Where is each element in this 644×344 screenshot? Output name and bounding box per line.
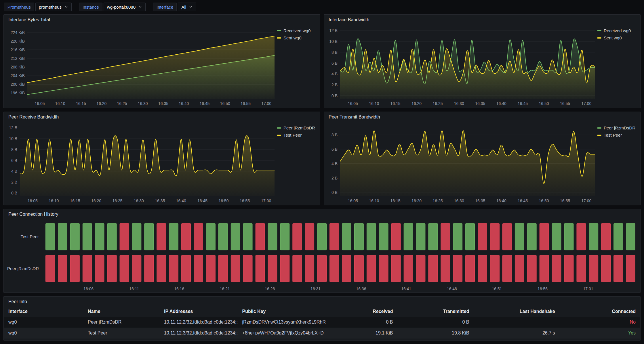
legend-item[interactable]: Test Peer bbox=[597, 133, 639, 137]
state-bar-down[interactable] bbox=[144, 255, 154, 282]
column-header-connected[interactable]: Connected bbox=[559, 306, 640, 317]
state-bar-up[interactable] bbox=[466, 223, 475, 250]
peer-transmit-bandwidth-chart[interactable]: 0 B2 B4 B6 B8 B16:0516:1016:1516:2016:25… bbox=[324, 121, 597, 205]
state-bar-down[interactable] bbox=[466, 255, 475, 282]
state-bar-down[interactable] bbox=[218, 255, 228, 282]
state-bar-down[interactable] bbox=[367, 255, 376, 282]
state-bar-up[interactable] bbox=[243, 223, 252, 250]
legend-item[interactable]: Peer jRzmDsDR bbox=[597, 125, 639, 130]
state-bar-down[interactable] bbox=[478, 223, 487, 250]
state-bar-down[interactable] bbox=[182, 255, 191, 282]
state-bar-down[interactable] bbox=[626, 255, 635, 282]
state-bar-up[interactable] bbox=[144, 223, 154, 250]
state-bar-up[interactable] bbox=[527, 223, 536, 250]
state-bar-up[interactable] bbox=[218, 223, 228, 250]
panel-title[interactable]: Peer Transmit Bandwidth bbox=[324, 112, 640, 121]
legend-item[interactable]: Received wg0 bbox=[597, 28, 639, 33]
state-bar-up[interactable] bbox=[404, 223, 413, 250]
state-bar-down[interactable] bbox=[540, 255, 549, 282]
state-bar-up[interactable] bbox=[268, 223, 277, 250]
state-bar-down[interactable] bbox=[157, 223, 166, 250]
state-bar-up[interactable] bbox=[453, 223, 462, 250]
state-bar-down[interactable] bbox=[552, 255, 561, 282]
state-bar-down[interactable] bbox=[441, 255, 450, 282]
state-bar-down[interactable] bbox=[194, 223, 203, 250]
state-bar-down[interactable] bbox=[577, 223, 586, 250]
state-bar-down[interactable] bbox=[416, 255, 425, 282]
state-bar-up[interactable] bbox=[416, 223, 425, 250]
state-bar-down[interactable] bbox=[490, 223, 500, 250]
interface-bandwidth-svg[interactable]: 0 B2 B4 B6 B8 B10 B12 B16:0516:1016:1516… bbox=[324, 24, 597, 108]
state-bar-down[interactable] bbox=[391, 223, 401, 250]
interface-bandwidth-chart[interactable]: 0 B2 B4 B6 B8 B10 B12 B16:0516:1016:1516… bbox=[324, 24, 597, 108]
state-bar-up[interactable] bbox=[589, 223, 598, 250]
state-bar-down[interactable] bbox=[169, 255, 178, 282]
state-bar-down[interactable] bbox=[317, 255, 327, 282]
interface-bytes-total-chart[interactable]: 196 KiB200 KiB204 KiB208 KiB212 KiB216 K… bbox=[4, 24, 276, 108]
state-bar-down[interactable] bbox=[206, 255, 216, 282]
state-bar-down[interactable] bbox=[527, 255, 536, 282]
state-bar-up[interactable] bbox=[428, 223, 438, 250]
state-bar-up[interactable] bbox=[367, 223, 376, 250]
state-bar-up[interactable] bbox=[132, 223, 141, 250]
state-bar-down[interactable] bbox=[231, 255, 240, 282]
state-bar-down[interactable] bbox=[441, 223, 450, 250]
state-bar-down[interactable] bbox=[305, 223, 314, 250]
state-bar-down[interactable] bbox=[107, 255, 117, 282]
state-bar-down[interactable] bbox=[515, 255, 524, 282]
legend-item[interactable]: Peer jRzmDsDR bbox=[277, 125, 318, 130]
state-bar-down[interactable] bbox=[428, 255, 438, 282]
state-bar-down[interactable] bbox=[132, 255, 141, 282]
panel-title[interactable]: Peer Connection History bbox=[4, 209, 640, 219]
state-bar-down[interactable] bbox=[503, 223, 512, 250]
state-bar-down[interactable] bbox=[379, 255, 388, 282]
state-bar-up[interactable] bbox=[317, 223, 327, 250]
state-bar-down[interactable] bbox=[330, 223, 339, 250]
variable-value-prometheus[interactable]: prometheus bbox=[35, 3, 72, 11]
state-bar-up[interactable] bbox=[614, 223, 623, 250]
state-bar-down[interactable] bbox=[256, 223, 265, 250]
peer-receive-bandwidth-svg[interactable]: 0 B2 B4 B6 B8 B10 B12 B16:0516:1016:1516… bbox=[4, 121, 276, 205]
column-header-name[interactable]: Name bbox=[84, 306, 160, 317]
state-bar-down[interactable] bbox=[268, 255, 277, 282]
panel-title[interactable]: Peer Info bbox=[4, 297, 640, 306]
state-bar-down[interactable] bbox=[157, 255, 166, 282]
state-bar-down[interactable] bbox=[58, 255, 67, 282]
state-bar-up[interactable] bbox=[280, 223, 289, 250]
legend-item[interactable]: Test Peer bbox=[277, 133, 318, 137]
legend-item[interactable]: Sent wg0 bbox=[277, 35, 318, 40]
state-bar-down[interactable] bbox=[194, 255, 203, 282]
legend-item[interactable]: Received wg0 bbox=[277, 28, 318, 33]
state-bar-down[interactable] bbox=[70, 255, 79, 282]
state-bar-down[interactable] bbox=[330, 255, 339, 282]
state-bar-up[interactable] bbox=[379, 223, 388, 250]
state-bar-down[interactable] bbox=[503, 255, 512, 282]
state-bar-down[interactable] bbox=[404, 255, 413, 282]
state-bar-up[interactable] bbox=[107, 223, 117, 250]
state-bar-down[interactable] bbox=[293, 255, 302, 282]
peer-connection-history-chart[interactable]: Test PeerPeer jRzmDsDR16:0616:1116:1616:… bbox=[4, 219, 640, 293]
state-bar-up[interactable] bbox=[206, 223, 216, 250]
state-bar-down[interactable] bbox=[589, 255, 598, 282]
state-bar-up[interactable] bbox=[70, 223, 79, 250]
variable-value-instance[interactable]: wg-portal:8080 bbox=[104, 3, 146, 11]
panel-title[interactable]: Interface Bandwidth bbox=[324, 15, 640, 24]
state-bar-down[interactable] bbox=[391, 255, 401, 282]
state-bar-down[interactable] bbox=[614, 255, 623, 282]
state-bar-down[interactable] bbox=[182, 223, 191, 250]
state-bar-down[interactable] bbox=[564, 255, 573, 282]
state-bar-down[interactable] bbox=[280, 255, 289, 282]
peer-transmit-bandwidth-svg[interactable]: 0 B2 B4 B6 B8 B16:0516:1016:1516:2016:25… bbox=[324, 121, 597, 205]
state-bar-up[interactable] bbox=[58, 223, 67, 250]
column-header-interface[interactable]: Interface bbox=[4, 306, 84, 317]
state-bar-up[interactable] bbox=[564, 223, 573, 250]
state-bar-down[interactable] bbox=[355, 255, 364, 282]
state-bar-down[interactable] bbox=[577, 255, 586, 282]
state-bar-up[interactable] bbox=[169, 223, 178, 250]
column-header-last-handshake[interactable]: Last Handshake bbox=[473, 306, 559, 317]
state-bar-up[interactable] bbox=[515, 223, 524, 250]
state-bar-down[interactable] bbox=[120, 255, 129, 282]
state-bar-up[interactable] bbox=[83, 223, 92, 250]
state-bar-up[interactable] bbox=[342, 223, 351, 250]
state-bar-up[interactable] bbox=[231, 223, 240, 250]
